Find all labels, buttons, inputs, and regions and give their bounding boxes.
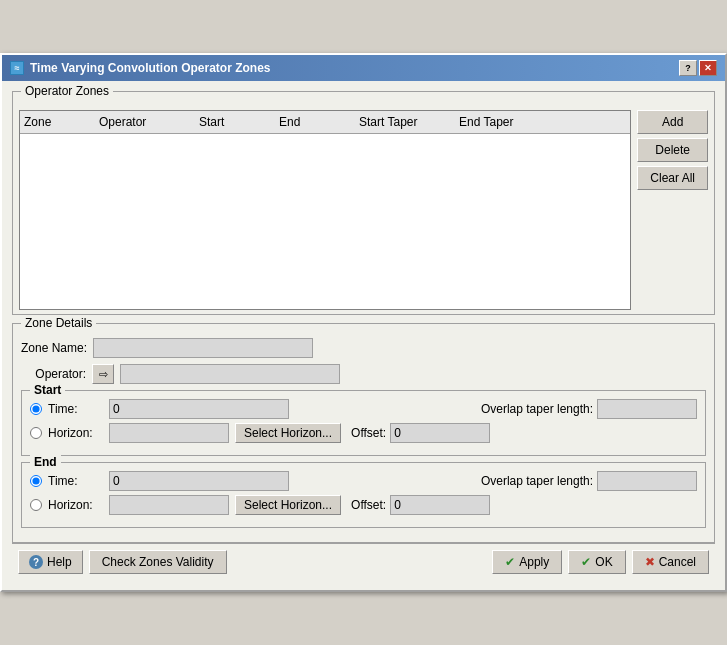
end-overlap-taper-input[interactable]: [597, 471, 697, 491]
operator-input[interactable]: [120, 364, 340, 384]
table-header: Zone Operator Start End Start Taper End …: [20, 111, 630, 134]
cancel-button[interactable]: ✖ Cancel: [632, 550, 709, 574]
window-icon: ≈: [10, 61, 24, 75]
main-window: ≈ Time Varying Convolution Operator Zone…: [0, 53, 727, 592]
check-zones-button[interactable]: Check Zones Validity: [89, 550, 227, 574]
col-header-end-taper: End Taper: [455, 113, 555, 131]
apply-label: Apply: [519, 555, 549, 569]
title-bar-left: ≈ Time Varying Convolution Operator Zone…: [10, 61, 270, 75]
start-time-row: Time: Overlap taper length:: [30, 399, 697, 419]
title-bar: ≈ Time Varying Convolution Operator Zone…: [2, 55, 725, 81]
start-time-radio[interactable]: [30, 403, 42, 415]
operator-label: Operator:: [21, 367, 86, 381]
col-header-zone: Zone: [20, 113, 95, 131]
help-title-button[interactable]: ?: [679, 60, 697, 76]
window-title: Time Varying Convolution Operator Zones: [30, 61, 270, 75]
help-label: Help: [47, 555, 72, 569]
end-horizon-label: Horizon:: [48, 498, 103, 512]
start-overlap-taper-input[interactable]: [597, 399, 697, 419]
zone-name-label: Zone Name:: [21, 341, 87, 355]
operator-arrow-button[interactable]: ⇨: [92, 364, 114, 384]
col-header-start-taper: Start Taper: [355, 113, 455, 131]
operator-zones-label: Operator Zones: [21, 84, 113, 98]
ok-button[interactable]: ✔ OK: [568, 550, 625, 574]
ok-check-icon: ✔: [581, 555, 591, 569]
operator-row: Operator: ⇨: [21, 364, 706, 384]
start-horizon-input[interactable]: [109, 423, 229, 443]
table-body[interactable]: [20, 134, 630, 304]
zone-details-section: Zone Details Zone Name: Operator: ⇨ Star…: [12, 323, 715, 543]
end-time-radio[interactable]: [30, 475, 42, 487]
close-title-button[interactable]: ✕: [699, 60, 717, 76]
end-overlap-taper-label: Overlap taper length:: [481, 474, 593, 488]
operator-zones-group: Operator Zones Zone Operator Start End S…: [12, 91, 715, 315]
start-time-input[interactable]: [109, 399, 289, 419]
bottom-right: ✔ Apply ✔ OK ✖ Cancel: [492, 550, 709, 574]
zone-name-input[interactable]: [93, 338, 313, 358]
end-subgroup: End Time: Overlap taper length: Horizon:: [21, 462, 706, 528]
end-time-row: Time: Overlap taper length:: [30, 471, 697, 491]
cancel-label: Cancel: [659, 555, 696, 569]
add-button[interactable]: Add: [637, 110, 708, 134]
zones-table: Zone Operator Start End Start Taper End …: [19, 110, 631, 310]
start-subgroup: Start Time: Overlap taper length: Horizo…: [21, 390, 706, 456]
side-buttons: Add Delete Clear All: [637, 110, 708, 310]
end-select-horizon-button[interactable]: Select Horizon...: [235, 495, 341, 515]
end-offset-input[interactable]: [390, 495, 490, 515]
start-horizon-label: Horizon:: [48, 426, 103, 440]
help-button[interactable]: ? Help: [18, 550, 83, 574]
title-bar-controls: ? ✕: [679, 60, 717, 76]
end-horizon-row: Horizon: Select Horizon... Offset:: [30, 495, 697, 515]
col-header-end: End: [275, 113, 355, 131]
col-header-operator: Operator: [95, 113, 195, 131]
zones-container: Zone Operator Start End Start Taper End …: [13, 106, 714, 314]
end-offset-label: Offset:: [351, 498, 386, 512]
start-offset-input[interactable]: [390, 423, 490, 443]
zone-name-row: Zone Name:: [21, 338, 706, 358]
col-header-start: Start: [195, 113, 275, 131]
cancel-cross-icon: ✖: [645, 555, 655, 569]
start-overlap-taper-label: Overlap taper length:: [481, 402, 593, 416]
apply-button[interactable]: ✔ Apply: [492, 550, 562, 574]
end-time-input[interactable]: [109, 471, 289, 491]
delete-button[interactable]: Delete: [637, 138, 708, 162]
bottom-bar: ? Help Check Zones Validity ✔ Apply ✔ OK…: [12, 543, 715, 580]
end-horizon-radio[interactable]: [30, 499, 42, 511]
clear-all-button[interactable]: Clear All: [637, 166, 708, 190]
start-select-horizon-button[interactable]: Select Horizon...: [235, 423, 341, 443]
end-time-label: Time:: [48, 474, 103, 488]
help-icon: ?: [29, 555, 43, 569]
start-label: Start: [30, 383, 65, 397]
end-label: End: [30, 455, 61, 469]
ok-label: OK: [595, 555, 612, 569]
start-offset-label: Offset:: [351, 426, 386, 440]
apply-check-icon: ✔: [505, 555, 515, 569]
end-horizon-input[interactable]: [109, 495, 229, 515]
window-content: Operator Zones Zone Operator Start End S…: [2, 81, 725, 590]
start-time-label: Time:: [48, 402, 103, 416]
start-horizon-row: Horizon: Select Horizon... Offset:: [30, 423, 697, 443]
start-horizon-radio[interactable]: [30, 427, 42, 439]
bottom-left: ? Help Check Zones Validity: [18, 550, 227, 574]
zone-details-label: Zone Details: [21, 316, 96, 330]
